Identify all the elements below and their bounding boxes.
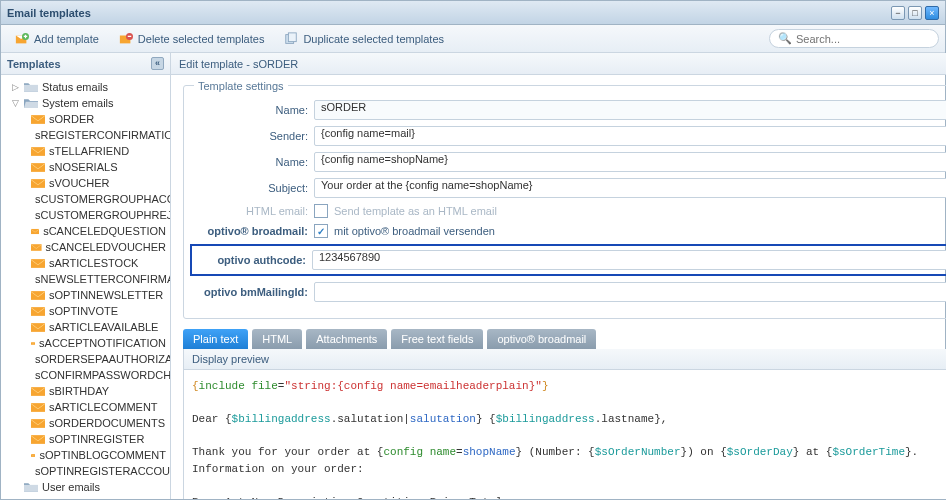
authcode-highlight: optivo authcode: 1234567890 [190,244,946,276]
tree-item-template[interactable]: sCUSTOMERGROUPHREJECTED [1,207,170,223]
tree-item-label: sCUSTOMERGROUPHACCEPTED [35,193,170,205]
group-label: User emails [42,481,100,493]
mail-icon [31,242,42,253]
subject-input[interactable]: Your order at the {config name=shopName} [314,178,946,198]
mail-icon [31,146,45,157]
edit-header-label: Edit template - sORDER [179,58,298,70]
tab-html[interactable]: HTML [252,329,302,349]
collapse-panel-button[interactable]: « [151,57,164,70]
tab-attachments[interactable]: Attachments [306,329,387,349]
tree-item-label: sORDERDOCUMENTS [49,417,165,429]
delete-templates-button[interactable]: Delete selected templates [111,28,273,50]
mail-icon [31,178,45,189]
edit-template-header: Edit template - sORDER [171,53,946,75]
delete-icon [119,32,133,46]
tree-item-label: sNEWSLETTERCONFIRMATION [35,273,170,285]
sender-label: Sender: [194,130,314,142]
tree-item-template[interactable]: sOPTINVOTE [1,303,170,319]
mail-icon [31,162,45,173]
tree-item-template[interactable]: sCONFIRMPASSWORDCHANGE [1,367,170,383]
html-checkbox[interactable] [314,204,328,218]
bmid-label: optivo bmMailingId: [194,286,314,298]
tree-item-template[interactable]: sBIRTHDAY [1,383,170,399]
bmid-input[interactable] [314,282,946,302]
tree-item-template[interactable]: sCUSTOMERGROUPHACCEPTED [1,191,170,207]
tree-item-template[interactable]: sOPTINREGISTER [1,431,170,447]
tree-item-label: sCANCELEDQUESTION [43,225,166,237]
fieldset-legend: Template settings [194,80,288,92]
duplicate-icon [284,32,298,46]
window-title: Email templates [7,7,891,19]
display-preview-button[interactable]: Display preview [192,353,269,365]
tree-item-template[interactable]: sCANCELEDVOUCHER [1,239,170,255]
tree-item-label: sORDER [49,113,94,125]
search-icon: 🔍 [778,32,792,45]
tree-group-system[interactable]: ▽ System emails [1,95,170,111]
maximize-button[interactable]: □ [908,6,922,20]
tree-item-template[interactable]: sARTICLEAVAILABLE [1,319,170,335]
tree-item-template[interactable]: sORDERSEPAAUTHORIZATION [1,351,170,367]
tree-item-template[interactable]: sNEWSLETTERCONFIRMATION [1,271,170,287]
tree-item-template[interactable]: sACCEPTNOTIFICATION [1,335,170,351]
tree-item-label: sNOSERIALS [49,161,117,173]
tree-item-template[interactable]: sNOSERIALS [1,159,170,175]
broadmail-checkbox[interactable]: ✓ [314,224,328,238]
tab-freetext[interactable]: Free text fields [391,329,483,349]
tree-item-template[interactable]: sOPTINBLOGCOMMENT [1,447,170,463]
tree-group-status[interactable]: ▷ Status emails [1,79,170,95]
name-input[interactable]: sORDER [314,100,946,120]
close-button[interactable]: × [925,6,939,20]
authcode-input[interactable]: 1234567890 [312,250,946,270]
delete-label: Delete selected templates [138,33,265,45]
mail-icon [31,418,45,429]
duplicate-label: Duplicate selected templates [303,33,444,45]
html-label: HTML email: [194,205,314,217]
folder-icon [24,482,38,493]
add-label: Add template [34,33,99,45]
tree-item-template[interactable]: sCANCELEDQUESTION [1,223,170,239]
tree-item-template[interactable]: sARTICLESTOCK [1,255,170,271]
html-cb-text: Send template as an HTML email [334,205,497,217]
svg-rect-3 [289,32,297,41]
tree-item-template[interactable]: sARTICLECOMMENT [1,399,170,415]
toolbar: Add template Delete selected templates D… [1,25,945,53]
mail-icon [31,226,39,237]
mail-icon [31,258,45,269]
broadmail-cb-text: mit optivo® broadmail versenden [334,225,495,237]
search-input[interactable] [796,33,926,45]
duplicate-templates-button[interactable]: Duplicate selected templates [276,28,452,50]
tree-item-template[interactable]: sORDERDOCUMENTS [1,415,170,431]
tree-item-label: sOPTINNEWSLETTER [49,289,163,301]
tab-broadmail[interactable]: optivo® broadmail [487,329,596,349]
tree-item-template[interactable]: sVOUCHER [1,175,170,191]
name2-input[interactable]: {config name=shopName} [314,152,946,172]
mail-icon [31,338,35,349]
template-code-editor[interactable]: {include file="string:{config name=email… [183,370,946,499]
mail-icon [31,290,45,301]
broadmail-label: optivo® broadmail: [194,225,314,237]
tree-item-label: sVOUCHER [49,177,110,189]
sender-input[interactable]: {config name=mail} [314,126,946,146]
minimize-button[interactable]: − [891,6,905,20]
tree-item-template[interactable]: sTELLAFRIEND [1,143,170,159]
tree-item-label: sACCEPTNOTIFICATION [39,337,166,349]
tree-group-user[interactable]: User emails [1,479,170,495]
expand-icon: ▷ [11,82,20,92]
authcode-label: optivo authcode: [196,254,312,266]
folder-open-icon [24,98,38,109]
tree-item-template[interactable]: sORDER [1,111,170,127]
templates-tree: ▷ Status emails ▽ System emails sORDERsR… [1,75,170,499]
tree-item-label: sBIRTHDAY [49,385,109,397]
search-box[interactable]: 🔍 [769,29,939,48]
mail-icon [31,306,45,317]
templates-panel-header: Templates « [1,53,170,75]
content-tabs: Plain text HTML Attachments Free text fi… [183,329,946,349]
tree-item-label: sOPTINVOTE [49,305,118,317]
mail-icon [31,450,35,461]
templates-header-label: Templates [7,58,61,70]
add-template-button[interactable]: Add template [7,28,107,50]
tree-item-template[interactable]: sOPTINNEWSLETTER [1,287,170,303]
tree-item-template[interactable]: sOPTINREGISTERACCOUNTLESS [1,463,170,479]
tree-item-template[interactable]: sREGISTERCONFIRMATION [1,127,170,143]
tab-plaintext[interactable]: Plain text [183,329,248,349]
